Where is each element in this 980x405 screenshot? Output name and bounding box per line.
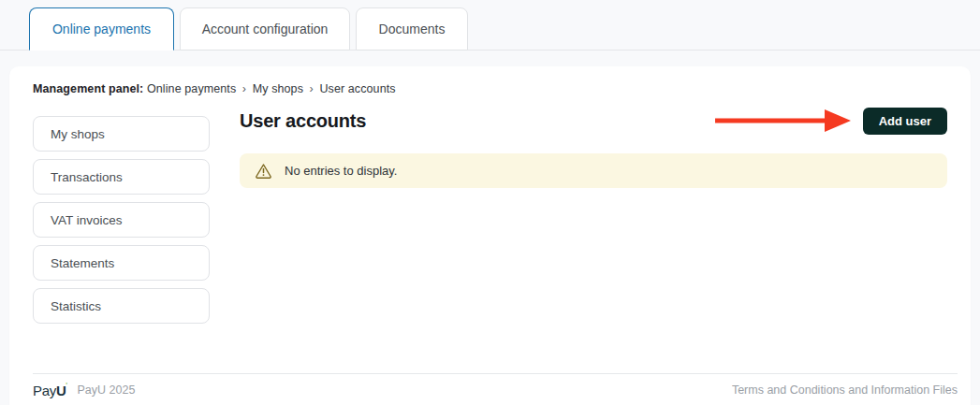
footer-left: PayUˈ PayU 2025 bbox=[33, 382, 135, 398]
sidebar-item-label: Transactions bbox=[51, 170, 123, 184]
breadcrumb-item-online-payments[interactable]: Online payments bbox=[147, 82, 236, 95]
sidebar-item-statistics[interactable]: Statistics bbox=[33, 288, 210, 324]
warning-triangle-icon bbox=[255, 163, 272, 179]
breadcrumb-separator: › bbox=[307, 82, 316, 95]
tab-documents[interactable]: Documents bbox=[356, 7, 468, 51]
tab-label: Documents bbox=[379, 22, 446, 36]
main-header: User accounts Add user bbox=[240, 107, 947, 135]
tab-account-configuration[interactable]: Account configuration bbox=[180, 7, 350, 51]
sidebar-nav: My shops Transactions VAT invoices State… bbox=[33, 105, 210, 331]
top-tab-bar: Online payments Account configuration Do… bbox=[0, 0, 980, 51]
tab-online-payments[interactable]: Online payments bbox=[29, 7, 174, 51]
breadcrumb-item-my-shops[interactable]: My shops bbox=[253, 82, 303, 95]
footer: PayUˈ PayU 2025 Terms and Conditions and… bbox=[33, 373, 958, 405]
sidebar-item-label: Statements bbox=[51, 256, 114, 270]
breadcrumb-prefix: Management panel: bbox=[33, 82, 143, 95]
breadcrumb-item-user-accounts[interactable]: User accounts bbox=[319, 82, 395, 95]
payu-logo-mark-icon: ˈ bbox=[66, 382, 68, 392]
red-arrow-annotation bbox=[713, 107, 852, 135]
alert-message: No entries to display. bbox=[285, 164, 397, 178]
sidebar-item-my-shops[interactable]: My shops bbox=[33, 116, 210, 152]
footer-copyright: PayU 2025 bbox=[78, 383, 136, 397]
sidebar-item-label: VAT invoices bbox=[51, 213, 123, 227]
main-content: User accounts Add user bbox=[240, 105, 947, 331]
sidebar-item-statements[interactable]: Statements bbox=[33, 245, 210, 281]
payu-logo: PayUˈ bbox=[33, 382, 68, 398]
breadcrumb: Management panel: Online payments › My s… bbox=[33, 82, 947, 95]
content-panel: Management panel: Online payments › My s… bbox=[9, 66, 971, 405]
sidebar-item-vat-invoices[interactable]: VAT invoices bbox=[33, 202, 210, 238]
sidebar-item-label: My shops bbox=[51, 127, 105, 141]
terms-and-conditions-link[interactable]: Terms and Conditions and Information Fil… bbox=[732, 383, 958, 397]
breadcrumb-separator: › bbox=[240, 82, 249, 95]
sidebar-item-label: Statistics bbox=[51, 299, 101, 313]
header-actions: Add user bbox=[713, 107, 947, 135]
sidebar-item-transactions[interactable]: Transactions bbox=[33, 159, 210, 195]
add-user-button[interactable]: Add user bbox=[863, 108, 947, 135]
content-row: My shops Transactions VAT invoices State… bbox=[33, 105, 947, 331]
page-title: User accounts bbox=[240, 110, 366, 132]
tab-label: Account configuration bbox=[202, 22, 329, 36]
no-entries-alert: No entries to display. bbox=[240, 153, 947, 188]
tab-label: Online payments bbox=[52, 22, 151, 36]
